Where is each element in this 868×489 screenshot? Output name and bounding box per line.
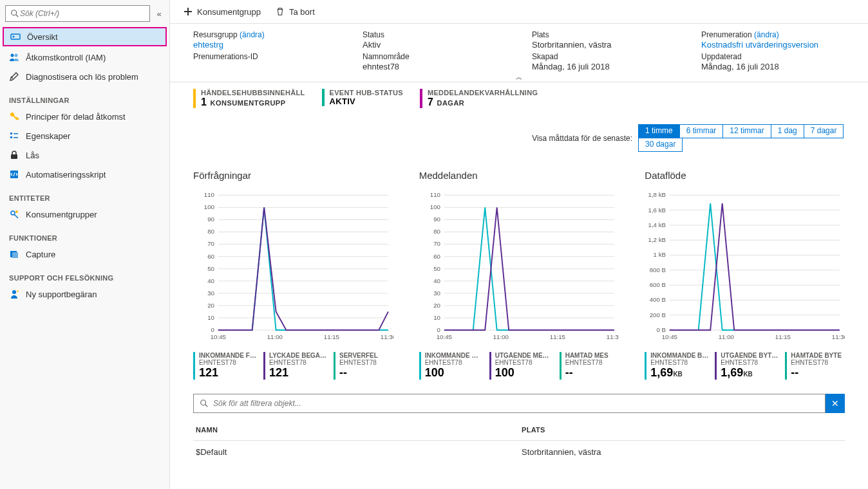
metric-inkommande-f-rf-: INKOMMANDE FÖRF...EHNTEST78121 xyxy=(193,352,257,380)
label-status: Status xyxy=(363,30,506,39)
essentials-panel: Resursgrupp (ändra) ehtestrg Status Akti… xyxy=(170,24,868,78)
svg-text:0: 0 xyxy=(437,326,440,333)
lock-icon xyxy=(9,150,19,160)
location-value: Storbritannien, västra xyxy=(532,40,675,50)
timefilter-30-dagar[interactable]: 30 dagar xyxy=(638,138,683,152)
timefilter-12-timmar[interactable]: 12 timmar xyxy=(722,124,771,138)
metric-inkommande-byte-: INKOMMANDE BYTE (...EHNTEST781,69KB xyxy=(645,352,708,380)
svg-point-14 xyxy=(15,210,18,213)
svg-text:30: 30 xyxy=(207,290,214,297)
svg-rect-9 xyxy=(10,136,12,138)
svg-point-17 xyxy=(12,290,16,294)
timefilter-6-timmar[interactable]: 6 timmar xyxy=(679,124,724,138)
svg-line-99 xyxy=(205,405,208,407)
chart-meddelanden: Meddelanden010203040506070809010011010:4… xyxy=(419,170,619,380)
sidebar-section-inställningar: INSTÄLLNINGAR xyxy=(0,86,169,107)
svg-text:10: 10 xyxy=(207,314,214,321)
svg-text:100: 100 xyxy=(430,203,441,210)
label-subscription: Prenumeration xyxy=(701,30,752,39)
svg-text:1,8 kB: 1,8 kB xyxy=(648,191,666,198)
sidebar-item-capture[interactable]: Capture xyxy=(0,244,169,264)
svg-text:11:15: 11:15 xyxy=(775,333,791,340)
svg-text:20: 20 xyxy=(433,302,440,309)
chart-plot[interactable]: 010203040506070809010011010:4511:0011:15… xyxy=(419,186,619,347)
key-icon xyxy=(9,111,19,122)
sidebar-item-konsumentgrupper[interactable]: Konsumentgrupper xyxy=(0,205,169,224)
metric-utg-ende-byte-: UTGÅENDE BYTE (...EHNTEST781,69KB xyxy=(715,352,778,380)
metric-h-mtad-mes: HÄMTAD MESEHNTEST78-- xyxy=(560,352,619,380)
svg-text:50: 50 xyxy=(207,265,214,272)
sidebar-section-entiteter: ENTITETER xyxy=(0,184,169,205)
svg-text:11:00: 11:00 xyxy=(719,333,735,340)
sidebar-search-input[interactable] xyxy=(20,9,146,18)
timefilter-1-dag[interactable]: 1 dag xyxy=(771,124,804,138)
chart-plot[interactable]: 0 B200 B400 B600 B800 B1 kB1,2 kB1,4 kB1… xyxy=(645,186,845,347)
svg-text:40: 40 xyxy=(433,277,440,284)
svg-text:10: 10 xyxy=(433,314,440,321)
change-subscription-link[interactable]: (ändra) xyxy=(754,30,779,39)
sidebar-item--versikt[interactable]: Översikt xyxy=(3,27,167,46)
timefilter-7-dagar[interactable]: 7 dagar xyxy=(804,124,844,138)
updated-value: Måndag, 16 juli 2018 xyxy=(701,62,845,71)
table-row[interactable]: $DefaultStorbritannien, västra xyxy=(193,441,845,463)
sidebar-search[interactable] xyxy=(5,5,150,22)
svg-text:110: 110 xyxy=(430,191,441,198)
filter-objects-input[interactable] xyxy=(213,399,820,408)
chart-title: Meddelanden xyxy=(419,170,619,181)
svg-point-98 xyxy=(201,400,206,405)
timefilter-1-timme[interactable]: 1 timme xyxy=(638,124,680,138)
status-value: Aktiv xyxy=(363,40,506,50)
sidebar-item-automatiseringsskript[interactable]: Automatiseringsskript xyxy=(0,165,169,184)
sidebar-item-egenskaper[interactable]: Egenskaper xyxy=(0,126,169,145)
chart-dataflöde: Dataflöde0 B200 B400 B600 B800 B1 kB1,2 … xyxy=(645,170,845,380)
svg-text:400 B: 400 B xyxy=(650,296,666,303)
svg-text:1,4 kB: 1,4 kB xyxy=(648,221,666,228)
svg-text:10:45: 10:45 xyxy=(436,333,451,340)
capture-icon xyxy=(9,249,19,259)
svg-text:80: 80 xyxy=(207,228,214,235)
svg-text:11:30: 11:30 xyxy=(381,333,393,340)
svg-text:50: 50 xyxy=(433,265,440,272)
svg-text:11:30: 11:30 xyxy=(832,333,845,340)
svg-text:10:45: 10:45 xyxy=(211,333,226,340)
collapse-sidebar-icon[interactable]: « xyxy=(154,9,164,19)
props-icon xyxy=(9,131,19,141)
change-resource-group-link[interactable]: (ändra) xyxy=(240,30,265,39)
svg-text:0 B: 0 B xyxy=(657,326,666,333)
clear-filter-button[interactable]: ✕ xyxy=(826,394,845,413)
svg-rect-16 xyxy=(12,252,18,258)
sidebar-item-principer-f-r-delad-tkomst[interactable]: Principer för delad åtkomst xyxy=(0,107,169,126)
sidebar-item-diagnostisera-och-l-s-problem[interactable]: Diagnostisera och lös problem xyxy=(0,67,169,86)
trash-icon xyxy=(275,6,285,17)
subscription-value[interactable]: Kostnadsfri utvärderingsversion xyxy=(701,40,845,50)
svg-text:90: 90 xyxy=(433,216,440,223)
resource-group-value[interactable]: ehtestrg xyxy=(193,40,337,50)
svg-point-4 xyxy=(11,54,14,57)
svg-text:70: 70 xyxy=(433,240,440,247)
col-name[interactable]: NAMN xyxy=(193,422,519,438)
svg-text:100: 100 xyxy=(204,203,215,210)
timefilter-label: Visa måttdata för de senaste: xyxy=(532,134,632,143)
svg-text:40: 40 xyxy=(207,277,214,284)
label-created: Skapad xyxy=(532,52,675,61)
svg-text:0: 0 xyxy=(211,326,215,333)
sidebar-item-ny-supportbeg-ran[interactable]: Ny supportbegäran xyxy=(0,284,169,304)
svg-point-0 xyxy=(12,10,17,15)
iam-icon xyxy=(9,52,19,62)
chart-plot[interactable]: 010203040506070809010011010:4511:0011:15… xyxy=(193,186,393,347)
col-location[interactable]: PLATS xyxy=(519,422,845,438)
toolbar: Konsumentgrupp Ta bort xyxy=(170,0,868,24)
filter-objects-box[interactable] xyxy=(193,394,826,413)
svg-text:80: 80 xyxy=(433,228,440,235)
add-consumer-group-button[interactable]: Konsumentgrupp xyxy=(182,4,262,19)
svg-text:11:15: 11:15 xyxy=(549,333,565,340)
diagnose-icon xyxy=(9,71,19,82)
label-resource-group: Resursgrupp xyxy=(193,30,238,39)
delete-button[interactable]: Ta bort xyxy=(274,4,316,19)
sidebar-item-l-s[interactable]: Lås xyxy=(0,145,169,165)
sidebar-section-support och felsökning: SUPPORT OCH FELSÖKNING xyxy=(0,264,169,284)
collapse-essentials-icon[interactable]: ︽ xyxy=(511,73,527,82)
created-value: Måndag, 16 juli 2018 xyxy=(532,62,675,71)
consumer-groups-table: NAMN PLATS $DefaultStorbritannien, västr… xyxy=(193,422,845,463)
sidebar-item--tkomstkontroll-iam-[interactable]: Åtkomstkontroll (IAM) xyxy=(0,48,169,67)
